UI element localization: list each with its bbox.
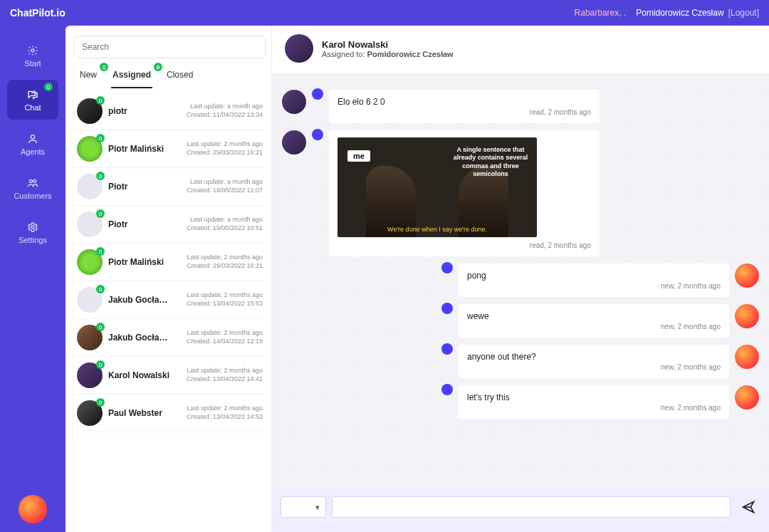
- tab-assigned[interactable]: Assigned 0: [111, 66, 152, 88]
- start-icon: [26, 44, 39, 57]
- conversation-avatar: 0: [77, 363, 103, 388]
- conversation-name: Jakub Gocławski: [108, 295, 172, 305]
- status-indicator-icon: [441, 303, 453, 314]
- conversation-item[interactable]: 0 Paul Webster Last update: 2 months ago…: [74, 395, 266, 432]
- agents-icon: [26, 132, 39, 145]
- conversation-avatar: 0: [77, 287, 103, 313]
- message-avatar: [735, 385, 759, 410]
- message-avatar: [735, 345, 759, 369]
- conversation-item[interactable]: 0 Piotr Last update: a month agoCreated:…: [74, 168, 266, 206]
- conversation-dates: Last update: 2 months agoCreated: 29/03/…: [177, 140, 263, 157]
- meme-label: me: [347, 150, 370, 162]
- send-icon: [741, 500, 755, 514]
- conversation-item[interactable]: 0 Piotr Last update: a month agoCreated:…: [74, 206, 266, 244]
- current-user-avatar[interactable]: [19, 495, 47, 523]
- search-input[interactable]: [74, 36, 266, 58]
- conversation-name: Paul Webster: [108, 408, 172, 418]
- message-bubble: wewe new, 2 months ago: [459, 304, 729, 338]
- conversation-avatar: 0: [77, 249, 103, 275]
- message-bubble: anyone out there? new, 2 months ago: [459, 345, 729, 378]
- meme-subtitle: We're done when I say we're done.: [338, 226, 537, 233]
- conversation-name: Karol Nowalski: [108, 370, 172, 380]
- status-indicator-icon: [441, 384, 453, 395]
- sidebar-item-start[interactable]: Start: [7, 36, 58, 75]
- conversation-item[interactable]: 0 Piotr Maliński Last update: 2 months a…: [74, 244, 266, 281]
- message-text: wewe: [467, 311, 489, 321]
- tab-badge: 0: [100, 63, 108, 71]
- app-brand: ChatPilot.io: [10, 7, 66, 19]
- gear-icon: [26, 221, 39, 234]
- message-text: pong: [467, 271, 486, 281]
- message-row: anyone out there? new, 2 months ago: [282, 345, 759, 378]
- conversation-item[interactable]: 0 piotr Last update: a month agoCreated:…: [74, 93, 266, 130]
- chat-header-assignee: Pomidorowicz Czesław: [367, 50, 454, 58]
- customers-icon: [26, 177, 39, 189]
- message-bubble: me A single sentence that already contai…: [329, 130, 600, 256]
- conversation-item[interactable]: 0 Jakub Gocławski Last update: 2 months …: [74, 281, 266, 319]
- sidebar-item-agents[interactable]: Agents: [7, 124, 58, 164]
- message-text: Elo elo 6 2 0: [338, 97, 591, 107]
- unread-badge: 0: [96, 96, 105, 105]
- chevron-down-icon: ▾: [315, 503, 320, 512]
- sidebar-item-label: Customers: [14, 192, 51, 200]
- message-avatar: [282, 90, 306, 114]
- conversation-name: Piotr: [108, 219, 172, 229]
- unread-badge: 0: [96, 285, 105, 293]
- conversation-list-panel: New 0 Assigned 0 Closed 0 piotr Last upd…: [66, 26, 272, 532]
- conversation-name: Piotr Maliński: [108, 144, 172, 154]
- conversation-dates: Last update: a month agoCreated: 11/04/2…: [177, 103, 263, 119]
- current-user[interactable]: Pomidorowicz Czesław: [636, 8, 723, 18]
- unread-badge: 0: [96, 360, 105, 369]
- tab-new[interactable]: New 0: [78, 66, 98, 88]
- sidebar-item-settings[interactable]: Settings: [7, 212, 58, 252]
- message-status: new, 2 months ago: [661, 363, 721, 371]
- sidebar: Start 0 Chat Agents Customers Settings: [0, 26, 66, 532]
- conversation-dates: Last update: a month agoCreated: 19/05/2…: [177, 216, 263, 232]
- sidebar-item-label: Agents: [21, 147, 45, 156]
- message-status: new, 2 months ago: [661, 323, 721, 330]
- sidebar-item-label: Settings: [19, 236, 47, 244]
- logout-link[interactable]: [Logout]: [728, 8, 759, 18]
- message-image-attachment[interactable]: me A single sentence that already contai…: [338, 137, 537, 237]
- chat-header: Karol Nowalski Assigned to: Pomidorowicz…: [272, 26, 769, 73]
- message-row: Elo elo 6 2 0 read, 2 months ago: [282, 90, 759, 123]
- message-text: let's try this: [467, 392, 510, 402]
- tab-closed[interactable]: Closed: [165, 66, 194, 88]
- conversation-item[interactable]: 0 Karol Nowalski Last update: 2 months a…: [74, 357, 266, 395]
- conversation-avatar: 0: [77, 136, 103, 162]
- conversation-avatar: 0: [77, 212, 103, 237]
- message-row: let's try this new, 2 months ago: [282, 385, 759, 419]
- unread-badge: 0: [96, 247, 105, 256]
- status-indicator-icon: [312, 88, 323, 100]
- message-avatar: [282, 130, 306, 155]
- message-type-select[interactable]: ▾: [281, 496, 326, 518]
- status-indicator-icon: [312, 129, 323, 140]
- conversation-dates: Last update: 2 months agoCreated: 13/04/…: [177, 367, 263, 383]
- message-status: new, 2 months ago: [661, 404, 721, 412]
- conversation-item[interactable]: 0 Piotr Maliński Last update: 2 months a…: [74, 130, 266, 168]
- message-status: read, 2 months ago: [530, 108, 591, 116]
- message-bubble: pong new, 2 months ago: [459, 264, 729, 297]
- sidebar-item-label: Chat: [24, 103, 41, 112]
- message-input[interactable]: [332, 496, 731, 518]
- conversation-dates: Last update: a month agoCreated: 19/05/2…: [177, 178, 263, 194]
- message-bubble: Elo elo 6 2 0 read, 2 months ago: [329, 90, 600, 123]
- chat-header-avatar: [285, 34, 313, 63]
- conversation-avatar: 0: [77, 174, 103, 199]
- chat-input-bar: ▾: [272, 489, 769, 532]
- conversation-name: Piotr Maliński: [108, 257, 172, 267]
- message-text: anyone out there?: [467, 352, 536, 362]
- chat-messages[interactable]: Elo elo 6 2 0 read, 2 months ago me A si…: [272, 73, 769, 489]
- topbar: ChatPilot.io Rabarbarex, . Pomidorowicz …: [0, 0, 769, 26]
- conversation-list[interactable]: 0 piotr Last update: a month agoCreated:…: [74, 93, 266, 526]
- sidebar-item-customers[interactable]: Customers: [7, 168, 58, 208]
- unread-badge: 0: [96, 323, 105, 331]
- sidebar-item-chat[interactable]: 0 Chat: [7, 80, 58, 120]
- conversation-item[interactable]: 0 Jakub Gocławski Last update: 2 months …: [74, 319, 266, 357]
- org-name[interactable]: Rabarbarex, .: [575, 8, 627, 18]
- conversation-dates: Last update: 2 months agoCreated: 14/04/…: [177, 329, 263, 345]
- unread-badge: 0: [96, 134, 105, 142]
- svg-point-4: [31, 226, 34, 229]
- message-avatar: [735, 304, 759, 328]
- send-button[interactable]: [736, 496, 760, 518]
